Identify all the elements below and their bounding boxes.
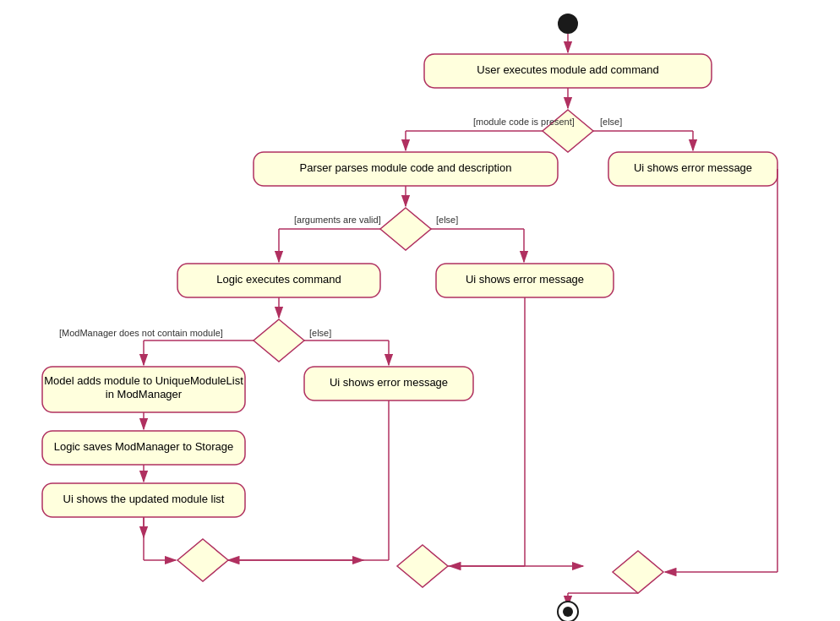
decision3-diamond — [254, 319, 304, 362]
logic-exec-text: Logic executes command — [216, 273, 341, 286]
decision2-diamond — [380, 208, 431, 250]
diagram-container: User executes module add command [module… — [0, 0, 840, 621]
end-inner-circle — [563, 607, 573, 617]
merge1-diamond — [177, 539, 228, 581]
model-add-text1: Model adds module to UniqueModuleList — [44, 374, 243, 387]
merge2-diamond — [397, 545, 448, 587]
ui-error1-text: Ui shows error message — [634, 161, 752, 174]
label-args-valid: [arguments are valid] — [294, 215, 381, 225]
label-module-code: [module code is present] — [473, 117, 575, 127]
model-add-text2: in ModManager — [106, 388, 183, 400]
hidden — [144, 537, 177, 560]
user-exec-text: User executes module add command — [477, 63, 658, 76]
label-else2: [else] — [436, 215, 458, 225]
label-else3: [else] — [309, 328, 331, 338]
start-node — [558, 14, 578, 34]
label-no-module: [ModManager does not contain module] — [59, 328, 223, 338]
ui-updated-text: Ui shows the updated module list — [63, 493, 225, 505]
ui-error3-text: Ui shows error message — [330, 376, 448, 389]
merge3-diamond — [613, 551, 663, 593]
ui-error2-text: Ui shows error message — [466, 273, 584, 286]
logic-save-text: Logic saves ModManager to Storage — [54, 440, 233, 453]
parser-text: Parser parses module code and descriptio… — [300, 161, 512, 174]
label-else1: [else] — [600, 117, 622, 127]
